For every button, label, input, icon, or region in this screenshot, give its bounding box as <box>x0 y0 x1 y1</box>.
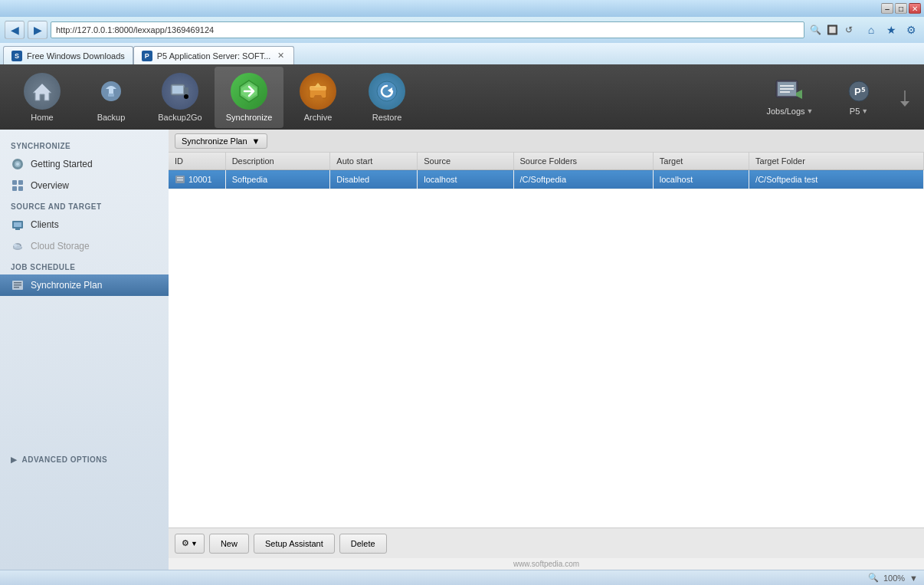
window-chrome: – □ ✕ <box>0 0 924 17</box>
zoom-arrow-icon[interactable]: ▼ <box>909 573 918 583</box>
new-label: New <box>221 539 238 548</box>
new-button[interactable]: New <box>209 534 249 554</box>
restore-toolbar-icon <box>369 73 405 110</box>
setup-assistant-button[interactable]: Setup Assistant <box>254 534 335 554</box>
plan-dropdown[interactable]: Synchronize Plan ▼ <box>175 133 267 149</box>
delete-button[interactable]: Delete <box>339 534 387 554</box>
maximize-button[interactable]: □ <box>895 3 907 14</box>
svg-rect-39 <box>14 284 21 286</box>
sidebar-item-synchronize-plan[interactable]: Synchronize Plan <box>0 274 169 296</box>
tab-p5[interactable]: P P5 Application Server: SOFT... ✕ <box>133 46 295 64</box>
bottom-toolbar: ⚙ ▼ New Setup Assistant Delete <box>169 527 924 558</box>
cloud-storage-icon <box>11 239 25 253</box>
row-icon <box>175 174 185 185</box>
cell-target: localhost <box>653 170 749 189</box>
sidebar-item-overview[interactable]: Overview <box>0 175 169 196</box>
search-icon[interactable]: 🔍 <box>808 22 823 38</box>
clients-icon <box>11 218 25 232</box>
home-svg <box>31 81 53 102</box>
svg-marker-0 <box>33 84 51 100</box>
watermark: www.softpedia.com <box>169 558 924 570</box>
toolbar-backup-button[interactable]: Backup <box>77 67 146 128</box>
more-icon <box>899 86 911 109</box>
status-bar: 🔍 100% ▼ <box>0 570 924 585</box>
address-field[interactable]: http://127.0.0.1:8000/lexxapp/1369469124 <box>51 21 804 38</box>
col-header-target: Target <box>653 153 749 170</box>
content-toolbar: Synchronize Plan ▼ <box>169 130 924 153</box>
svg-rect-2 <box>108 94 114 97</box>
gear-dropdown-arrow: ▼ <box>191 540 198 547</box>
toolbar-jobslogs-label: Jobs/Logs <box>766 107 804 116</box>
cell-autostart: Disabled <box>330 170 418 189</box>
sidebar-label-overview: Overview <box>31 180 69 191</box>
svg-rect-30 <box>18 186 23 191</box>
sync-svg <box>237 79 261 104</box>
advanced-options[interactable]: ▶ ADVANCED OPTIONS <box>0 449 169 470</box>
sidebar-label-synchronize-plan: Synchronize Plan <box>31 280 102 291</box>
sidebar-item-getting-started[interactable]: Getting Started <box>0 153 169 175</box>
zoom-level: 100% <box>883 573 905 583</box>
cell-source: localhost <box>418 170 513 189</box>
nav-icons-right: ⌂ ★ ⚙ <box>863 21 919 38</box>
tab-close-button[interactable]: ✕ <box>275 51 286 61</box>
compat-icon[interactable]: 🔲 <box>824 22 840 38</box>
main-content: SYNCHRONIZE Getting Started Ov <box>0 130 924 570</box>
synchronize-plan-icon <box>11 278 25 292</box>
svg-rect-43 <box>177 179 183 181</box>
svg-rect-27 <box>12 180 17 185</box>
col-header-target-folder: Target Folder <box>749 153 924 170</box>
table-header-row: ID Description Auto start Source Source … <box>169 153 924 170</box>
minimize-button[interactable]: – <box>881 3 893 14</box>
toolbar-backup2go-label: Backup2Go <box>158 113 202 122</box>
sidebar-item-clients[interactable]: Clients <box>0 214 169 235</box>
toolbar-home-button[interactable]: Home <box>8 67 77 128</box>
p5-icon: P⁵ <box>844 79 873 104</box>
toolbar-synchronize-button[interactable]: Synchronize <box>215 67 283 128</box>
svg-point-36 <box>14 244 18 247</box>
tab-label-1: Free Windows Downloads <box>27 51 125 61</box>
svg-marker-11 <box>314 83 322 87</box>
tab-favicon-2: P <box>142 51 152 61</box>
svg-rect-38 <box>14 282 21 284</box>
toolbar-archive-button[interactable]: Archive <box>283 67 352 128</box>
close-button[interactable]: ✕ <box>909 3 921 14</box>
toolbar-backup2go-button[interactable]: Backup2Go <box>146 67 215 128</box>
toolbar-jobslogs-button[interactable]: Jobs/Logs ▼ <box>755 67 824 128</box>
svg-text:P⁵: P⁵ <box>854 86 866 97</box>
cell-target-folder: /C/Softpedia test <box>749 170 924 189</box>
cell-id: 10001 <box>169 170 225 189</box>
svg-rect-40 <box>14 287 19 288</box>
refresh-icon[interactable]: ↺ <box>841 22 857 38</box>
sidebar-label-clients: Clients <box>31 219 59 230</box>
backup-toolbar-icon <box>93 73 129 110</box>
setup-assistant-label: Setup Assistant <box>265 539 323 548</box>
tab-label-2: P5 Application Server: SOFT... <box>157 51 271 61</box>
tools-icon[interactable]: ⚙ <box>903 21 919 38</box>
cell-source-folders: /C/Softpedia <box>513 170 653 189</box>
forward-button[interactable]: ▶ <box>28 21 48 39</box>
home-nav-icon[interactable]: ⌂ <box>863 21 880 38</box>
gear-icon: ⚙ <box>182 538 189 548</box>
overview-icon <box>11 179 25 192</box>
plan-dropdown-label: Synchronize Plan <box>182 136 247 146</box>
backup-svg <box>100 80 123 103</box>
toolbar-synchronize-label: Synchronize <box>226 113 273 122</box>
sidebar-label-cloud-storage: Cloud Storage <box>31 241 90 251</box>
toolbar-restore-button[interactable]: Restore <box>352 67 421 128</box>
sidebar-header-source-target: SOURCE AND TARGET <box>0 196 169 214</box>
toolbar-p5-button[interactable]: P⁵ P5 ▼ <box>824 67 893 128</box>
getting-started-icon <box>11 157 25 171</box>
svg-rect-28 <box>18 180 23 185</box>
gear-dropdown-button[interactable]: ⚙ ▼ <box>175 534 205 554</box>
plan-dropdown-arrow-icon: ▼ <box>252 136 260 146</box>
back-button[interactable]: ◀ <box>5 21 25 39</box>
b2g-svg <box>169 80 192 103</box>
table-container: ID Description Auto start Source Source … <box>169 153 924 527</box>
toolbar-more-button[interactable] <box>893 67 916 128</box>
favorites-icon[interactable]: ★ <box>883 21 899 38</box>
restore-svg <box>375 80 398 103</box>
address-bar: ◀ ▶ http://127.0.0.1:8000/lexxapp/136946… <box>0 17 924 43</box>
url-text: http://127.0.0.1:8000/lexxapp/1369469124 <box>56 25 214 35</box>
tab-free-windows[interactable]: S Free Windows Downloads <box>3 46 133 64</box>
table-row[interactable]: 10001 Softpedia Disabled localhost /C/So… <box>169 170 924 189</box>
